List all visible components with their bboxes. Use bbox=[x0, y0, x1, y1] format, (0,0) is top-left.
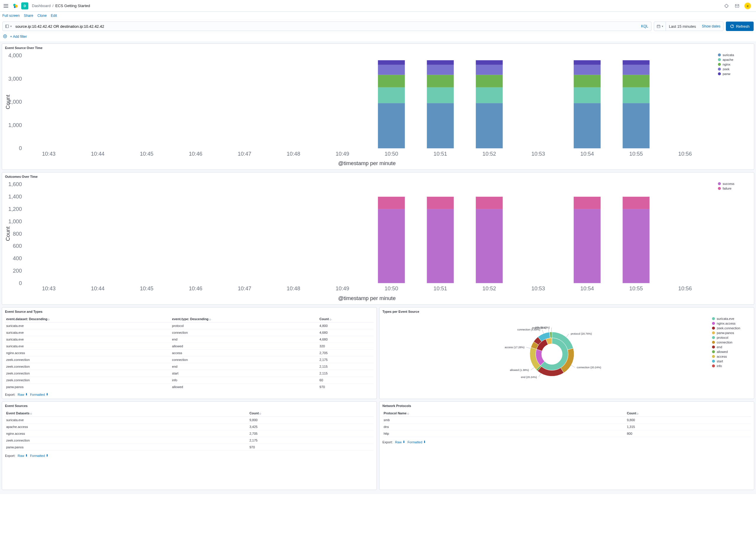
export-formatted-link[interactable]: Formatted ⬇ bbox=[30, 393, 48, 396]
svg-text:protocol (20.76%): protocol (20.76%) bbox=[571, 332, 592, 335]
legend-item[interactable]: suricata bbox=[718, 53, 751, 57]
legend-item[interactable]: nginx bbox=[718, 63, 751, 66]
table-row[interactable]: suricata.eveconnection4,680 bbox=[5, 329, 374, 336]
table-row[interactable]: dns1,315 bbox=[382, 424, 751, 430]
time-picker[interactable]: ▾ Last 15 minutes Show dates bbox=[654, 22, 724, 31]
svg-rect-80 bbox=[623, 209, 649, 283]
svg-text:10:46: 10:46 bbox=[189, 285, 202, 291]
filter-options-icon[interactable] bbox=[3, 34, 8, 39]
svg-rect-77 bbox=[476, 197, 503, 209]
svg-text:600: 600 bbox=[13, 243, 22, 249]
svg-rect-29 bbox=[427, 75, 454, 87]
clone-link[interactable]: Clone bbox=[38, 14, 47, 18]
svg-text:4,000: 4,000 bbox=[8, 52, 22, 58]
query-input[interactable] bbox=[14, 24, 641, 29]
add-filter-link[interactable]: + Add filter bbox=[10, 35, 27, 39]
share-link[interactable]: Share bbox=[24, 14, 34, 18]
svg-text:10:54: 10:54 bbox=[580, 151, 594, 157]
breadcrumb-parent[interactable]: Dashboard bbox=[32, 4, 51, 8]
query-bar: ▾ KQL ▾ Last 15 minutes Show dates Refre… bbox=[0, 20, 756, 33]
svg-text:10:43: 10:43 bbox=[42, 285, 55, 291]
saved-query-button[interactable]: ▾ bbox=[3, 24, 14, 28]
time-range-label: Last 15 minutes bbox=[666, 24, 699, 29]
table-network-protocols: Protocol Name◇Count◇ smb9,800dns1,315htt… bbox=[382, 410, 751, 437]
export-raw-link[interactable]: Raw ⬇ bbox=[395, 440, 405, 444]
table-row[interactable]: suricata.eveprotocol4,800 bbox=[5, 323, 374, 329]
table-row[interactable]: apache.access3,425 bbox=[5, 424, 374, 430]
table-row[interactable]: zeek.connectionconnection2,175 bbox=[5, 356, 374, 363]
mail-icon[interactable] bbox=[733, 2, 741, 9]
legend-event-source: suricataapachenginxzeekpanw bbox=[716, 52, 751, 167]
table-row[interactable]: nginx.accessaccess2,705 bbox=[5, 350, 374, 356]
legend-item[interactable]: suricata.eve bbox=[712, 317, 751, 321]
dashboard-toolbar: Full screen Share Clone Edit bbox=[0, 12, 756, 20]
export-raw-link[interactable]: Raw ⬇ bbox=[18, 454, 28, 457]
edit-link[interactable]: Edit bbox=[51, 14, 57, 18]
table-row[interactable]: suricata.eve9,800 bbox=[5, 417, 374, 424]
legend-item[interactable]: panw bbox=[718, 72, 751, 76]
app-badge[interactable]: D bbox=[21, 2, 28, 9]
user-avatar[interactable]: e bbox=[744, 2, 751, 9]
svg-text:10:49: 10:49 bbox=[336, 285, 349, 291]
column-header[interactable]: Protocol Name◇ bbox=[382, 410, 626, 417]
table-row[interactable]: zeek.connectioninfo60 bbox=[5, 377, 374, 384]
target-icon[interactable] bbox=[723, 2, 730, 9]
table-row[interactable]: zeek.connection2,175 bbox=[5, 437, 374, 444]
legend-item[interactable]: zeek bbox=[718, 67, 751, 71]
svg-rect-78 bbox=[574, 209, 601, 283]
legend-item[interactable]: start bbox=[712, 359, 751, 363]
panel-event-source-types: Event Source and Types event.dataset: De… bbox=[2, 307, 377, 399]
column-header[interactable]: Count◇ bbox=[626, 410, 751, 417]
table-row[interactable]: zeek.connectionstart2,115 bbox=[5, 370, 374, 377]
export-raw-link[interactable]: Raw ⬇ bbox=[18, 393, 28, 396]
legend-item[interactable]: protocol bbox=[712, 336, 751, 339]
calendar-icon[interactable]: ▾ bbox=[654, 22, 666, 31]
legend-item[interactable]: zeek.connection bbox=[712, 326, 751, 330]
column-header[interactable]: event.type: Descending◇ bbox=[171, 316, 318, 323]
table-row[interactable]: nginx.access2,705 bbox=[5, 430, 374, 437]
legend-item[interactable]: panw.panos bbox=[712, 331, 751, 335]
full-screen-link[interactable]: Full screen bbox=[2, 14, 20, 18]
svg-rect-75 bbox=[427, 197, 454, 209]
query-language-switch[interactable]: KQL bbox=[641, 24, 651, 28]
show-dates-link[interactable]: Show dates bbox=[699, 24, 723, 28]
column-header[interactable]: Event Datasets◇ bbox=[5, 410, 248, 417]
column-header[interactable]: Count◇ bbox=[318, 316, 374, 323]
svg-rect-22 bbox=[378, 103, 405, 148]
app-header: D Dashboard / ECS Getting Started e bbox=[0, 0, 756, 12]
column-header[interactable]: event.dataset: Descending◇ bbox=[5, 316, 171, 323]
refresh-button[interactable]: Refresh bbox=[726, 22, 754, 31]
svg-text:10:56: 10:56 bbox=[678, 151, 692, 157]
legend-item[interactable]: end bbox=[712, 345, 751, 349]
table-row[interactable]: panw.panos970 bbox=[5, 444, 374, 451]
table-row[interactable]: panw.panosallowed970 bbox=[5, 384, 374, 390]
nav-toggle[interactable] bbox=[2, 2, 9, 9]
column-header[interactable]: Count◇ bbox=[248, 410, 374, 417]
svg-text:1,000: 1,000 bbox=[8, 122, 22, 128]
svg-point-3 bbox=[725, 4, 728, 7]
svg-text:10:46: 10:46 bbox=[189, 151, 202, 157]
svg-rect-11 bbox=[657, 25, 660, 28]
legend-item[interactable]: apache bbox=[718, 58, 751, 61]
table-row[interactable]: suricata.eveallowed320 bbox=[5, 343, 374, 350]
panel-outcomes-over-time: Outcomes Over Time 02004006008001,0001,2… bbox=[2, 172, 754, 305]
legend-item[interactable]: failure bbox=[718, 187, 751, 190]
download-icon: ⬇ bbox=[25, 393, 28, 396]
table-row[interactable]: smb9,800 bbox=[382, 417, 751, 424]
legend-item[interactable]: allowed bbox=[712, 350, 751, 353]
download-icon: ⬇ bbox=[423, 440, 426, 444]
legend-item[interactable]: nginx.access bbox=[712, 322, 751, 325]
legend-item[interactable]: info bbox=[712, 364, 751, 368]
table-row[interactable]: http800 bbox=[382, 430, 751, 437]
export-formatted-link[interactable]: Formatted ⬇ bbox=[30, 454, 48, 457]
export-formatted-link[interactable]: Formatted ⬇ bbox=[408, 440, 426, 444]
svg-line-109 bbox=[566, 334, 569, 337]
legend-item[interactable]: success bbox=[718, 182, 751, 186]
table-row[interactable]: suricata.eveend4,680 bbox=[5, 336, 374, 343]
table-row[interactable]: zeek.connectionend2,115 bbox=[5, 363, 374, 370]
elastic-logo-icon[interactable] bbox=[12, 2, 19, 9]
svg-rect-73 bbox=[378, 197, 405, 209]
legend-item[interactable]: access bbox=[712, 355, 751, 358]
svg-rect-36 bbox=[476, 60, 503, 65]
legend-item[interactable]: connection bbox=[712, 341, 751, 344]
